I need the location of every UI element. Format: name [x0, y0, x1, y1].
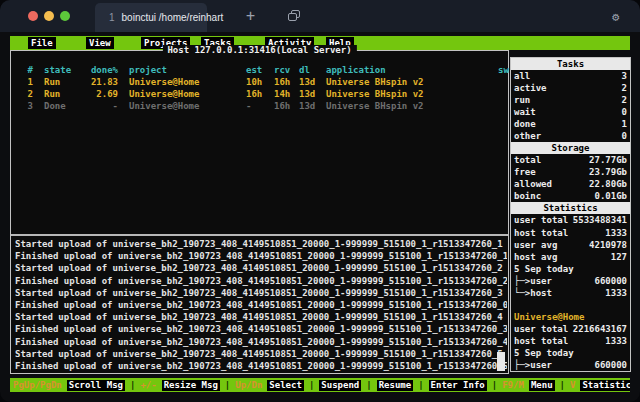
close-window-button[interactable]	[28, 11, 38, 21]
stat-row: └─>host1333	[511, 287, 630, 299]
stat-row: host total1333	[511, 227, 630, 239]
col-rcv: rcv	[274, 64, 290, 76]
stat-value: 23.79Gb	[589, 166, 627, 178]
stat-value: 1333	[605, 335, 627, 347]
stat-row: ├─>user660000	[511, 275, 630, 287]
message-scrollbar-thumb[interactable]	[497, 352, 505, 371]
stat-row: 5 Sep today	[511, 347, 630, 359]
stat-label: boinc	[514, 190, 541, 202]
stat-label: user total	[514, 214, 568, 226]
task-num: 2	[15, 88, 33, 100]
hotkey: F9/M	[502, 380, 524, 390]
col-project: project	[129, 64, 167, 76]
stat-value: 660000	[594, 275, 627, 287]
log-line: Started upload of universe_bh2_190723_40…	[15, 238, 507, 250]
separator: |	[225, 380, 230, 390]
host-title: Host 127.0.0.1:31416(Local Server)	[162, 45, 356, 55]
stat-row: user avg4210978	[511, 239, 630, 251]
task-state: Run	[44, 76, 60, 88]
stat-row: user total2216643167	[511, 323, 630, 335]
duplicate-icon[interactable]	[288, 10, 301, 22]
hotkey: V	[570, 380, 575, 390]
task-project: Universe@Home	[129, 88, 199, 100]
project-name: Universe@Home	[514, 311, 584, 323]
col-state: state	[44, 64, 71, 76]
stat-row: └─>host1333	[511, 371, 630, 372]
stat-value: 22.80Gb	[589, 178, 627, 190]
stat-value: 0	[622, 130, 627, 142]
log-line: Finished upload of universe_bh2_190723_4…	[15, 336, 507, 348]
stat-value: 2	[622, 94, 627, 106]
minimize-window-button[interactable]	[44, 11, 54, 21]
stat-label: host avg	[514, 251, 557, 263]
titlebar: 1 boinctui /home/reinhart + ⚙	[0, 0, 640, 32]
col-application: application	[326, 64, 386, 76]
separator: |	[366, 380, 371, 390]
task-state: Done	[44, 100, 66, 112]
hotkey: PgUp/PgDn	[13, 380, 62, 390]
info-sidebar: Tasks all3 active2 run2 wait0 done1 othe…	[510, 57, 631, 372]
stat-label: total	[514, 154, 541, 166]
message-log[interactable]: Started upload of universe_bh2_190723_40…	[15, 238, 507, 372]
col-dl: dl	[299, 64, 310, 76]
stat-value: 3	[622, 70, 627, 82]
task-table-header: # state done% project est rcv dl applica…	[11, 64, 508, 76]
hotkey-suspend: Suspend	[319, 380, 361, 391]
log-line: Started upload of universe_bh2_190723_40…	[15, 348, 507, 360]
hotkey-label: Enter Info	[429, 380, 487, 391]
stat-label: user total	[514, 323, 568, 335]
task-rcv: 16h	[274, 76, 290, 88]
stat-row: total27.77Gb	[511, 154, 630, 166]
task-done: -	[73, 100, 118, 112]
stat-value: 1333	[605, 227, 627, 239]
task-est: 10h	[246, 76, 262, 88]
task-state: Run	[44, 88, 60, 100]
stat-row: other0	[511, 130, 630, 142]
col-est: est	[246, 64, 262, 76]
stat-label: other	[514, 130, 541, 142]
new-tab-icon[interactable]: +	[246, 7, 255, 25]
menu-file[interactable]: File	[28, 37, 56, 49]
maximize-window-button[interactable]	[60, 11, 70, 21]
task-row[interactable]: 2 Run 2.69 Universe@Home 16h 14h 13d Uni…	[11, 88, 508, 100]
log-line: Started upload of universe_bh2_190723_40…	[15, 262, 507, 274]
stat-value: 4210978	[589, 239, 627, 251]
hotkey-label: Scroll Msg	[67, 380, 125, 391]
hotkey-scroll-msg: PgUp/PgDnScroll Msg	[13, 380, 125, 391]
hotkey-label: Menu	[529, 380, 555, 391]
stat-value: 0.01Gb	[594, 190, 627, 202]
stat-row: host total1333	[511, 335, 630, 347]
log-line: Finished upload of universe_bh2_190723_4…	[15, 360, 507, 372]
task-rcv: 14h	[274, 88, 290, 100]
menu-view[interactable]: View	[86, 37, 114, 49]
spacer	[511, 299, 630, 311]
task-application: Universe BHspin v2	[326, 100, 424, 112]
stat-value: 1333	[605, 371, 627, 372]
task-row[interactable]: 3 Done - Universe@Home - 16h 13d Univers…	[11, 100, 508, 112]
hotkey-label: Statistics	[580, 380, 630, 391]
hotkey-label: Resume	[377, 380, 414, 391]
task-est: 16h	[246, 88, 262, 100]
stat-label: run	[514, 94, 530, 106]
separator: |	[309, 380, 314, 390]
stat-row: run2	[511, 94, 630, 106]
task-done: 21.83	[73, 76, 118, 88]
hotkey-label: Select	[267, 380, 304, 391]
log-line: Finished upload of universe_bh2_190723_4…	[15, 299, 507, 311]
tasks-section-header: Tasks	[511, 58, 630, 70]
stat-value: 5533488341	[573, 214, 627, 226]
stat-row: host avg127	[511, 251, 630, 263]
task-project: Universe@Home	[129, 100, 199, 112]
task-application: Universe BHspin v2	[326, 88, 424, 100]
task-row[interactable]: 1 Run 21.83 Universe@Home 10h 16h 13d Un…	[11, 76, 508, 88]
gear-icon[interactable]: ⚙	[612, 8, 619, 26]
stat-label: active	[514, 82, 547, 94]
stat-row: done1	[511, 118, 630, 130]
stat-row: boinc0.01Gb	[511, 190, 630, 202]
stat-row: 5 Sep today	[511, 263, 630, 275]
log-line: Finished upload of universe_bh2_190723_4…	[15, 323, 507, 335]
task-done: 2.69	[73, 88, 118, 100]
terminal-tab[interactable]: 1 boinctui /home/reinhart	[95, 3, 207, 32]
stat-label: done	[514, 118, 536, 130]
stat-label: ├─>user	[514, 359, 552, 371]
